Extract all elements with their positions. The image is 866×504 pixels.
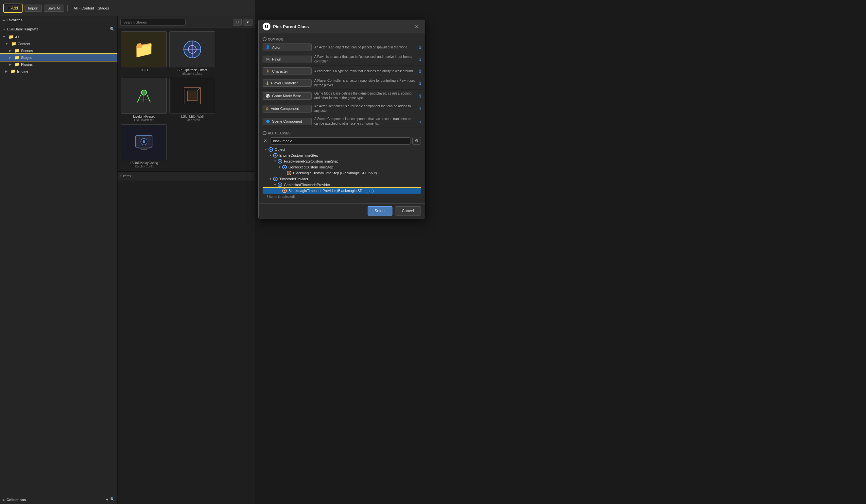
btcp-circle: ◉ (282, 188, 287, 193)
asset-item-bp-optitrack[interactable]: BP_Optitrack_Offset Blueprint Class (169, 31, 215, 75)
view-toggle-button[interactable]: ⊟ (233, 19, 242, 25)
tree-node-genlocked-timecode[interactable]: ▼ ◉ GenlockedTimecodeProvider (263, 182, 421, 188)
tp-circle: ◉ (273, 177, 278, 181)
svg-point-4 (141, 90, 146, 95)
tree-item-scenes[interactable]: 📁 Scenes (0, 47, 118, 54)
gtcp-label: GenlockedTimecodeProvider (284, 183, 330, 187)
player-controller-info-icon[interactable]: ℹ (419, 81, 421, 86)
class-btn-actor-component[interactable]: ⚙ Actor Component (263, 105, 312, 112)
asset-item-ocio[interactable]: 📁 OCIO (121, 31, 167, 75)
pick-parent-class-modal: U Pick Parent Class ✕ COMMON 👤 Actor An … (258, 20, 425, 219)
modal-close-button[interactable]: ✕ (413, 23, 421, 31)
asset-item-lsu-led[interactable]: LSU_LED_Wall Static Mesh (169, 78, 215, 122)
content-area: ⊟ ▼ 📁 OCIO (118, 16, 255, 504)
asset-thumb-lsu-ndisplay (121, 124, 167, 160)
collections-add-icon[interactable]: ＋ (105, 497, 109, 502)
sort-button[interactable]: ▼ (243, 19, 253, 25)
breadcrumb-content[interactable]: Content (81, 6, 94, 10)
collections-search-icon[interactable]: 🔍 (110, 497, 115, 502)
engine-icon: 📁 (10, 69, 16, 74)
ff-arrow: ▼ (273, 160, 277, 163)
tree-item-all[interactable]: 📁 All (0, 33, 118, 40)
bct-label: BlackmagicCustomTimeStep (Blackmagic SDI… (293, 171, 377, 175)
modal-header: U Pick Parent Class ✕ (259, 20, 425, 33)
class-row-actor-component[interactable]: ⚙ Actor Component An ActorComponent is a… (259, 102, 425, 115)
tree-node-timecode-provider[interactable]: ▼ ◉ TimecodeProvider (263, 176, 421, 182)
class-btn-actor[interactable]: 👤 Actor (263, 44, 312, 51)
breadcrumb: All › Content › Stages › (74, 6, 112, 10)
tree-plugins-arrow (9, 63, 13, 66)
select-button[interactable]: Select (368, 206, 392, 215)
project-header[interactable]: LSUBaseTemplate 🔍 (0, 25, 118, 33)
modal-header-left: U Pick Parent Class (263, 23, 309, 31)
bottom-bar: 5 items (118, 171, 255, 180)
tree-item-stages[interactable]: 📁 Stages (0, 54, 118, 61)
content-toolbar: ⊟ ▼ (118, 16, 255, 28)
breadcrumb-all[interactable]: All (74, 6, 78, 10)
class-row-scene-component[interactable]: 🔷 Scene Component A Scene Component is a… (259, 115, 425, 128)
tree-node-blackmagic-timecode[interactable]: ▶ ◉ BlackmagicTimecodeProvider (Blackmag… (263, 188, 421, 194)
tree-item-content[interactable]: 📁 Content (0, 40, 118, 47)
asset-item-livelinkpreset[interactable]: LiveLinkPreset LiveLinkPreset (121, 78, 167, 122)
mesh-icon (182, 86, 202, 105)
svg-rect-14 (139, 147, 149, 149)
tree-node-object[interactable]: ▼ ◉ Object (263, 146, 421, 153)
pawn-info-icon[interactable]: ℹ (419, 57, 421, 62)
project-label: LSUBaseTemplate (7, 27, 38, 31)
tree-node-engine-custom-timestep[interactable]: ▼ ◉ EngineCustomTimeStep (263, 153, 421, 158)
tree-item-engine[interactable]: 📁 Engine (0, 68, 118, 75)
content-search-input[interactable] (120, 19, 186, 25)
tree-node-blackmagic-timestep[interactable]: ▶ ◉ BlackmagicCustomTimeStep (Blackmagic… (263, 170, 421, 176)
class-btn-game-mode[interactable]: 🎲 Game Mode Base (263, 92, 312, 100)
cancel-button[interactable]: Cancel (395, 206, 421, 215)
import-button[interactable]: Import (24, 4, 42, 12)
class-row-player-controller[interactable]: 🕹 Player Controller A Player Controller … (259, 77, 425, 90)
game-mode-info-icon[interactable]: ℹ (419, 93, 421, 99)
tree-item-plugins[interactable]: 📁 Plugins (0, 61, 118, 68)
clear-search-button[interactable]: ✕ (263, 137, 268, 144)
tree-content-arrow (5, 42, 10, 45)
all-classes-section-label: ALL CLASSES (259, 130, 425, 136)
folder-icon-ocio: 📁 (134, 40, 154, 59)
actor-icon: 👤 (266, 45, 270, 49)
save-all-button[interactable]: Save All (44, 4, 64, 12)
tree-node-genlocked-timestep[interactable]: ▼ ◉ GenlockedCustomTimeStep (263, 164, 421, 170)
class-btn-player-controller[interactable]: 🕹 Player Controller (263, 79, 312, 87)
class-search-settings-button[interactable]: ⚙ (412, 137, 421, 145)
actor-component-description: An ActorComponent is a reusable componen… (314, 104, 417, 113)
scene-component-description: A Scene Component is a component that ha… (314, 117, 417, 126)
favorites-header[interactable]: Favorites (0, 16, 118, 24)
class-row-actor[interactable]: 👤 Actor An Actor is an object that can b… (259, 42, 425, 53)
gct-circle: ◉ (282, 165, 287, 169)
actor-info-icon[interactable]: ℹ (419, 45, 421, 50)
plugins-icon: 📁 (14, 62, 20, 67)
ff-circle: ◉ (278, 159, 282, 164)
stages-icon: 📁 (14, 55, 20, 60)
class-row-game-mode[interactable]: 🎲 Game Mode Base Game Mode Base defines … (259, 90, 425, 102)
class-btn-scene-component[interactable]: 🔷 Scene Component (263, 118, 312, 125)
asset-item-lsu-ndisplay[interactable]: LSUnDisplayConfig nDisplay Config (121, 124, 167, 168)
asset-type-lsu-led: Static Mesh (185, 119, 200, 122)
tree-node-fixed-frame[interactable]: ▼ ◉ FixedFrameRateCustomTimeStep (263, 158, 421, 164)
class-row-character[interactable]: 🧍 Character A character is a type of Paw… (259, 66, 425, 77)
tp-label: TimecodeProvider (279, 177, 308, 181)
items-count-label: 8 items (1 selected) (263, 194, 421, 200)
class-search-row: ✕ ⚙ (263, 137, 421, 145)
add-button[interactable]: + Add (3, 3, 23, 13)
object-label: Object (275, 147, 285, 152)
class-search-input[interactable] (270, 137, 410, 145)
project-search-icon[interactable]: 🔍 (110, 27, 115, 31)
tree-scenes-arrow (9, 49, 13, 52)
class-btn-character[interactable]: 🧍 Character (263, 67, 312, 75)
class-row-pawn[interactable]: 🎮 Pawn A Pawn is an actor that can be 'p… (259, 53, 425, 66)
object-arrow: ▼ (264, 148, 268, 151)
character-info-icon[interactable]: ℹ (419, 69, 421, 74)
actor-component-info-icon[interactable]: ℹ (419, 106, 421, 111)
collections-header[interactable]: Collections ＋ 🔍 (0, 495, 118, 504)
project-arrow (3, 27, 7, 31)
btcp-label: BlackmagicTimecodeProvider (Blackmagic S… (288, 189, 374, 193)
breadcrumb-stages[interactable]: Stages (98, 6, 109, 10)
class-btn-pawn[interactable]: 🎮 Pawn (263, 56, 312, 63)
scene-component-info-icon[interactable]: ℹ (419, 119, 421, 124)
game-mode-description: Game Mode Base defines the game being pl… (314, 91, 417, 100)
